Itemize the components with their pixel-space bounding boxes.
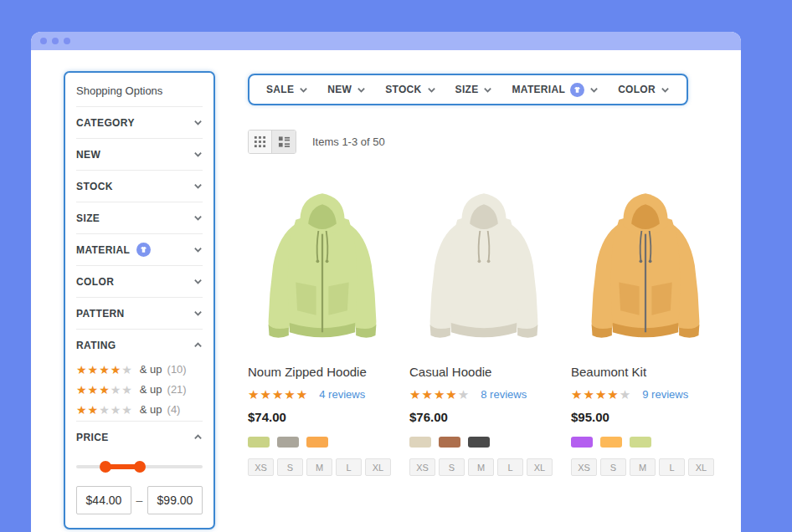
- rating-count: (10): [167, 363, 187, 376]
- star-filled-icon: ★: [284, 387, 296, 402]
- window-control-dot[interactable]: [40, 38, 47, 44]
- filter-section-header-category[interactable]: CATEGORY: [76, 107, 203, 138]
- rating-count: (21): [167, 383, 187, 396]
- filter-section-label: RATING: [76, 340, 116, 351]
- star-empty-icon: ★: [111, 403, 122, 417]
- size-option-xl[interactable]: XL: [365, 458, 391, 476]
- filter-section-header-color[interactable]: COLOR: [76, 266, 203, 297]
- product-price: $95.00: [571, 410, 719, 424]
- star-empty-icon: ★: [99, 403, 111, 417]
- size-option-s[interactable]: S: [600, 458, 626, 476]
- product-rating-row: ★★★★★4 reviews: [248, 388, 396, 401]
- price-separator: –: [136, 494, 143, 507]
- size-option-l[interactable]: L: [336, 458, 362, 476]
- product-image[interactable]: [571, 176, 719, 354]
- star-filled-icon: ★: [607, 387, 619, 402]
- filter-chip-sale[interactable]: SALE: [266, 84, 308, 95]
- color-swatch[interactable]: [306, 437, 328, 448]
- color-swatches: [248, 437, 396, 448]
- rating-filter-option[interactable]: ★★★★★& up(4): [76, 401, 203, 421]
- filter-chip-material[interactable]: MATERIAL: [512, 83, 599, 97]
- star-filled-icon: ★: [571, 387, 583, 402]
- price-range-slider: [76, 461, 203, 473]
- filter-section-header-pattern[interactable]: PATTERN: [76, 298, 203, 329]
- product-name[interactable]: Beaumont Kit: [571, 365, 719, 379]
- list-view-button[interactable]: [272, 130, 296, 153]
- product-card: Noum Zipped Hoodie★★★★★4 reviews$74.00XS…: [248, 176, 396, 476]
- reviews-link[interactable]: 8 reviews: [481, 388, 527, 401]
- slider-handle-min[interactable]: [100, 461, 111, 473]
- filter-section-rating: RATING★★★★★& up(10)★★★★★& up(21)★★★★★& u…: [76, 330, 203, 422]
- star-filled-icon: ★: [272, 387, 284, 402]
- filter-section-color: COLOR: [76, 266, 203, 298]
- window-control-dot[interactable]: [64, 38, 70, 44]
- product-grid: Noum Zipped Hoodie★★★★★4 reviews$74.00XS…: [248, 176, 722, 476]
- filter-section-header-stock[interactable]: STOCK: [76, 171, 203, 202]
- filter-chip-label: NEW: [327, 84, 352, 95]
- rating-suffix: & up: [140, 383, 162, 396]
- star-filled-icon: ★: [421, 387, 433, 402]
- filter-section-stock: STOCK: [76, 171, 203, 202]
- color-swatch[interactable]: [630, 437, 651, 448]
- filter-section-header-rating[interactable]: RATING: [76, 330, 203, 361]
- color-swatch[interactable]: [600, 437, 622, 448]
- color-swatch[interactable]: [277, 437, 299, 448]
- filter-chip-color[interactable]: COLOR: [618, 84, 670, 95]
- size-option-xs[interactable]: XS: [571, 458, 597, 476]
- filter-chip-new[interactable]: NEW: [327, 84, 366, 95]
- chevron-down-icon: [193, 245, 203, 254]
- size-option-xs[interactable]: XS: [409, 458, 435, 476]
- color-swatch[interactable]: [468, 437, 490, 448]
- product-card: Beaumont Kit★★★★★9 reviews$95.00XSSMLXL: [571, 176, 719, 476]
- color-swatch[interactable]: [439, 437, 460, 448]
- product-name[interactable]: Noum Zipped Hoodie: [248, 365, 396, 379]
- chevron-down-icon: [357, 85, 366, 95]
- size-option-l[interactable]: L: [659, 458, 685, 476]
- color-swatch[interactable]: [409, 437, 431, 448]
- slider-handle-max[interactable]: [134, 461, 146, 473]
- grid-view-button[interactable]: [249, 130, 272, 153]
- product-name[interactable]: Casual Hoodie: [409, 365, 558, 379]
- list-view-icon: [278, 136, 291, 148]
- rating-filter-option[interactable]: ★★★★★& up(21): [76, 381, 203, 401]
- filter-chip-size[interactable]: SIZE: [455, 84, 493, 95]
- size-option-s[interactable]: S: [439, 458, 465, 476]
- size-option-m[interactable]: M: [468, 458, 494, 476]
- filter-section-header-material[interactable]: MATERIAL: [76, 234, 203, 265]
- color-swatches: [409, 437, 558, 448]
- star-filled-icon: ★: [88, 363, 100, 376]
- size-option-xs[interactable]: XS: [248, 458, 274, 476]
- size-options: XSSMLXL: [248, 458, 396, 476]
- window-control-dot[interactable]: [52, 38, 59, 44]
- star-filled-icon: ★: [76, 363, 88, 376]
- size-option-m[interactable]: M: [306, 458, 332, 476]
- product-image[interactable]: [248, 176, 396, 354]
- chevron-down-icon: [427, 85, 436, 95]
- reviews-link[interactable]: 4 reviews: [319, 388, 365, 401]
- filter-section-header-new[interactable]: NEW: [76, 139, 203, 170]
- price-max-input[interactable]: [147, 486, 203, 514]
- color-swatch[interactable]: [571, 437, 593, 448]
- size-option-xl[interactable]: XL: [688, 458, 714, 476]
- size-option-m[interactable]: M: [630, 458, 656, 476]
- filter-section-header-size[interactable]: SIZE: [76, 202, 203, 233]
- filter-chip-stock[interactable]: STOCK: [385, 84, 435, 95]
- tshirt-material-icon: [136, 243, 151, 257]
- star-filled-icon: ★: [88, 403, 100, 417]
- product-image[interactable]: [409, 176, 558, 354]
- star-rating: ★★★★★: [76, 364, 133, 376]
- filter-section-header-price[interactable]: PRICE: [76, 422, 203, 453]
- size-option-s[interactable]: S: [277, 458, 303, 476]
- color-swatch[interactable]: [248, 437, 270, 448]
- chevron-down-icon: [193, 182, 203, 191]
- size-option-xl[interactable]: XL: [527, 458, 553, 476]
- star-filled-icon: ★: [595, 387, 607, 402]
- rating-filter-option[interactable]: ★★★★★& up(10): [76, 361, 203, 381]
- size-option-l[interactable]: L: [497, 458, 523, 476]
- filter-section-label: PATTERN: [76, 308, 125, 320]
- reviews-link[interactable]: 9 reviews: [642, 388, 688, 401]
- star-filled-icon: ★: [99, 363, 111, 376]
- price-min-input[interactable]: [76, 486, 131, 514]
- zip-hoodie-image: [575, 179, 716, 351]
- filter-chip-label: SALE: [266, 84, 294, 95]
